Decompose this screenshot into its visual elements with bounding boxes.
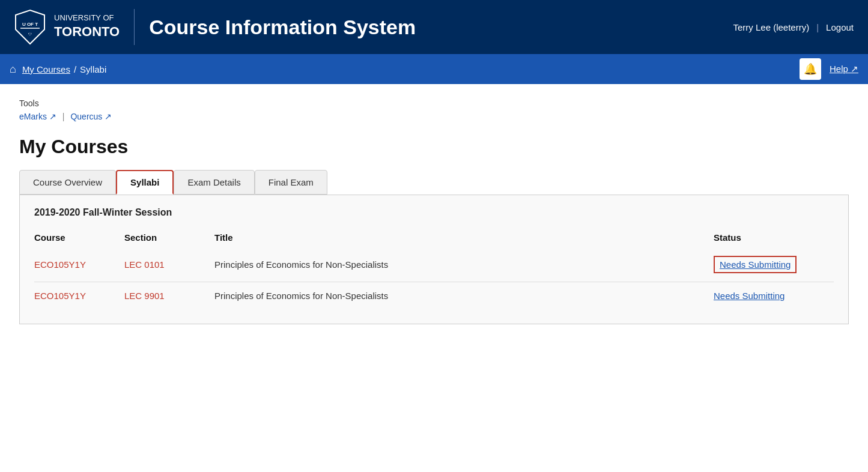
notification-bell-button[interactable]: 🔔 — [800, 58, 821, 80]
svg-marker-0 — [16, 10, 44, 44]
table-body: ECO105Y1Y LEC 0101 Principles of Economi… — [34, 247, 834, 309]
cell-section: LEC 0101 — [124, 247, 214, 282]
quercus-link[interactable]: Quercus ↗ — [70, 112, 112, 121]
status-link[interactable]: Needs Submitting — [714, 291, 785, 301]
breadcrumb: ⌂ My Courses / Syllabi — [10, 63, 106, 76]
status-link[interactable]: Needs Submitting — [714, 256, 797, 273]
main-content: Tools eMarks ↗ | Quercus ↗ My Courses Co… — [0, 84, 868, 472]
tab-final-exam[interactable]: Final Exam — [255, 170, 327, 195]
tab-syllabi[interactable]: Syllabi — [116, 170, 174, 195]
page-title: My Courses — [19, 136, 849, 158]
breadcrumb-my-courses[interactable]: My Courses — [22, 64, 70, 74]
syllabi-panel: 2019-2020 Fall-Winter Session Course Sec… — [19, 195, 849, 324]
table-row: ECO105Y1Y LEC 9901 Principles of Economi… — [34, 282, 834, 310]
cell-status: Needs Submitting — [714, 282, 834, 310]
user-name-label: Terry Lee (leeterry) — [733, 22, 810, 32]
col-header-title: Title — [214, 228, 714, 247]
session-title: 2019-2020 Fall-Winter Session — [34, 207, 834, 218]
tab-exam-details[interactable]: Exam Details — [174, 170, 254, 195]
user-info: Terry Lee (leeterry) | Logout — [733, 22, 854, 32]
cell-course: ECO105Y1Y — [34, 247, 124, 282]
breadcrumb-nav: ⌂ My Courses / Syllabi 🔔 Help ↗ — [0, 54, 868, 84]
section-link[interactable]: LEC 9901 — [124, 291, 165, 301]
tab-course-overview[interactable]: Course Overview — [19, 170, 116, 195]
col-header-section: Section — [124, 228, 214, 247]
col-header-course: Course — [34, 228, 124, 247]
tools-section: Tools eMarks ↗ | Quercus ↗ — [19, 98, 849, 121]
bell-icon: 🔔 — [804, 62, 817, 76]
header-divider: | — [816, 22, 819, 32]
breadcrumb-separator: / — [74, 64, 76, 74]
col-header-status: Status — [714, 228, 834, 247]
help-link[interactable]: Help ↗ — [830, 64, 858, 74]
section-link[interactable]: LEC 0101 — [124, 259, 165, 270]
shield-logo-icon: U OF T 🛡 — [14, 9, 46, 45]
cell-section: LEC 9901 — [124, 282, 214, 310]
cell-status: Needs Submitting — [714, 247, 834, 282]
university-name: UNIVERSITY OF TORONTO — [54, 13, 120, 40]
cell-title: Principles of Economics for Non-Speciali… — [214, 247, 714, 282]
app-title: Course Information System — [149, 16, 416, 39]
home-icon: ⌂ — [10, 63, 16, 76]
svg-text:🛡: 🛡 — [28, 32, 32, 36]
logout-link[interactable]: Logout — [826, 22, 854, 32]
emarks-link[interactable]: eMarks ↗ — [19, 112, 56, 121]
cell-title: Principles of Economics for Non-Speciali… — [214, 282, 714, 310]
tabs-container: Course Overview Syllabi Exam Details Fin… — [19, 170, 849, 195]
navbar-actions: 🔔 Help ↗ — [800, 58, 858, 80]
svg-text:U OF T: U OF T — [22, 22, 38, 27]
table-row: ECO105Y1Y LEC 0101 Principles of Economi… — [34, 247, 834, 282]
site-header: U OF T 🛡 UNIVERSITY OF TORONTO Course In… — [0, 0, 868, 54]
tools-divider: | — [62, 112, 65, 121]
tools-label: Tools — [19, 98, 849, 108]
tools-links: eMarks ↗ | Quercus ↗ — [19, 112, 849, 121]
breadcrumb-current: Syllabi — [80, 64, 106, 74]
table-header: Course Section Title Status — [34, 228, 834, 247]
cell-course: ECO105Y1Y — [34, 282, 124, 310]
courses-table: Course Section Title Status ECO105Y1Y LE… — [34, 228, 834, 309]
university-logo: U OF T 🛡 UNIVERSITY OF TORONTO — [14, 9, 135, 45]
